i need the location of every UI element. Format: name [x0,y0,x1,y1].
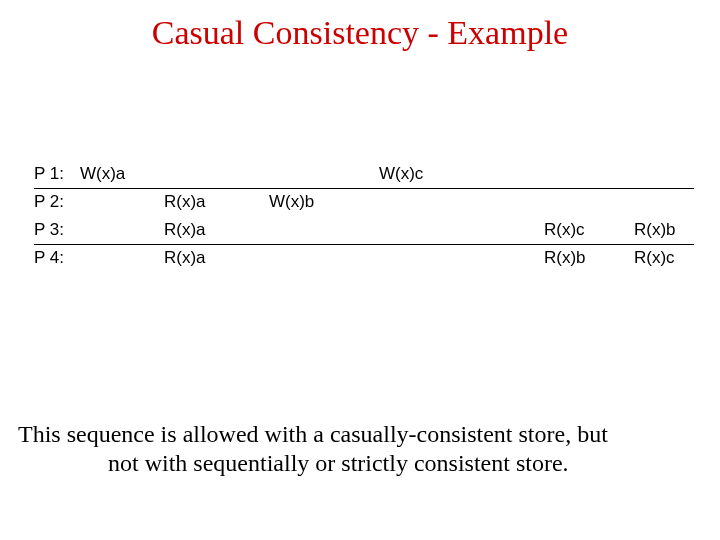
op: R(x)a [164,244,206,272]
op: R(x)b [634,216,676,244]
op: W(x)b [269,188,314,216]
process-label: P 3: [34,216,64,244]
slide: Casual Consistency - Example P 1: W(x)a … [0,0,720,540]
op: W(x)a [80,160,125,188]
slide-title: Casual Consistency - Example [0,0,720,52]
op: R(x)c [634,244,675,272]
op: R(x)a [164,188,206,216]
process-label: P 2: [34,188,64,216]
caption-line: This sequence is allowed with a casually… [18,420,720,449]
table-row: P 1: W(x)a W(x)c [34,160,694,188]
op: R(x)c [544,216,585,244]
caption-line: not with sequentially or strictly consis… [18,449,720,478]
timeline-table: P 1: W(x)a W(x)c P 2: R(x)a W(x)b P 3: R… [34,160,694,272]
process-label: P 4: [34,244,64,272]
caption: This sequence is allowed with a casually… [18,420,720,478]
table-row: P 2: R(x)a W(x)b [34,188,694,216]
op: W(x)c [379,160,423,188]
table-row: P 4: R(x)a R(x)b R(x)c [34,244,694,272]
op: R(x)b [544,244,586,272]
table-row: P 3: R(x)a R(x)c R(x)b [34,216,694,244]
process-label: P 1: [34,160,64,188]
op: R(x)a [164,216,206,244]
